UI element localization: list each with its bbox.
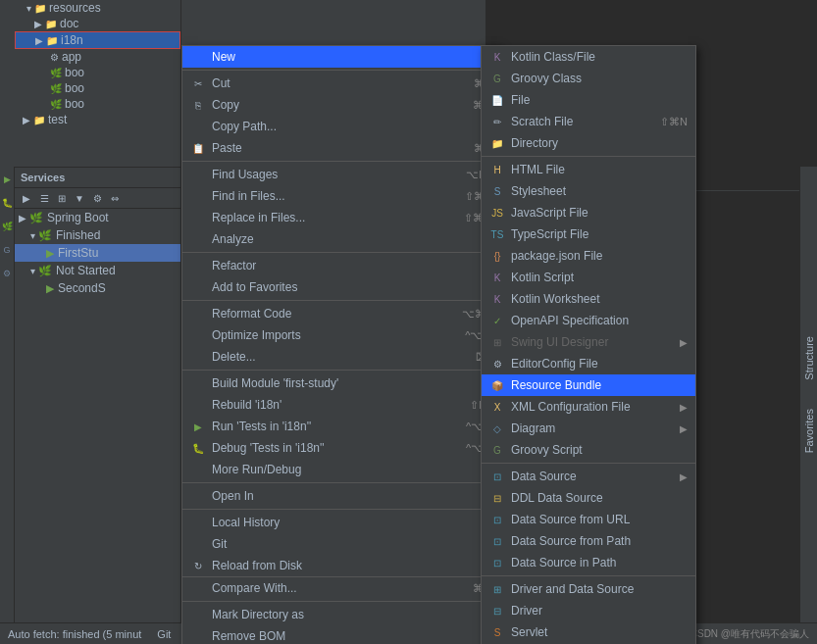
tree-label: boo: [65, 81, 84, 95]
menu-debug-tests[interactable]: 🐛 Debug 'Tests in 'i18n'' ^⌥D: [182, 437, 499, 459]
submenu-file[interactable]: 📄 File: [482, 89, 695, 111]
sidebar-icon-debug[interactable]: 🐛: [0, 196, 14, 210]
find-icon: [190, 167, 206, 182]
submenu-kotlin-script[interactable]: K Kotlin Script: [482, 267, 695, 288]
menu-more-run[interactable]: More Run/Debug ▶: [182, 459, 499, 480]
run-toolbar-btn[interactable]: ▶: [19, 190, 34, 206]
tree-test[interactable]: ▶ 📁 test: [15, 112, 180, 127]
tree-boo2[interactable]: 🌿 boo: [15, 80, 180, 96]
build-icon: [190, 375, 206, 391]
tree-toolbar-btn[interactable]: ⊞: [54, 190, 70, 206]
menu-git[interactable]: Git ▶: [182, 533, 499, 555]
menu-label: Find in Files...: [212, 189, 445, 203]
submenu-stylesheet[interactable]: S Stylesheet: [482, 180, 695, 202]
submenu-ds-inpath[interactable]: ⊡ Data Source in Path: [482, 552, 695, 573]
favorites-tab[interactable]: Favorites: [803, 409, 815, 453]
submenu-js[interactable]: JS JavaScript File: [482, 202, 695, 223]
submenu-editorconfig[interactable]: ⚙ EditorConfig File: [482, 353, 695, 374]
filter-toolbar-btn[interactable]: ▼: [72, 190, 87, 206]
menu-local-history[interactable]: Local History ▶: [182, 512, 499, 533]
menu-paste[interactable]: 📋 Paste ⌘V: [182, 137, 499, 159]
kotlin-icon: K: [489, 49, 505, 65]
menu-reformat[interactable]: Reformat Code ⌥⌘L: [182, 303, 499, 324]
sidebar-icon-settings[interactable]: ⚙: [0, 267, 14, 280]
submenu-ts[interactable]: TS TypeScript File: [482, 223, 695, 245]
structure-tab[interactable]: Structure: [803, 336, 815, 380]
submenu-servlet[interactable]: S Servlet: [482, 621, 695, 643]
submenu-ddl[interactable]: ⊟ DDL Data Source: [482, 487, 695, 509]
submenu-scratch[interactable]: ✏ Scratch File ⇧⌘N: [482, 111, 695, 132]
menu-label: Build Module 'first-study': [212, 376, 491, 390]
service-secondstudy[interactable]: ▶ SecondS: [15, 279, 180, 297]
submenu-resource-bundle[interactable]: 📦 Resource Bundle: [482, 374, 695, 396]
submenu-driver[interactable]: ⊟ Driver: [482, 600, 695, 621]
sidebar-icon-gradle[interactable]: G: [0, 243, 14, 257]
submenu-arrow: ▶: [680, 423, 688, 434]
submenu-json[interactable]: {} package.json File: [482, 245, 695, 267]
menu-label: Open In: [212, 489, 480, 503]
menu-analyze[interactable]: Analyze ▶: [182, 228, 499, 250]
service-not-started[interactable]: ▾ 🌿 Not Started: [15, 262, 180, 279]
paste-icon: 📋: [190, 140, 206, 156]
menu-new[interactable]: New ▶: [182, 46, 499, 68]
submenu-directory[interactable]: 📁 Directory: [482, 132, 695, 154]
tree-resources[interactable]: ▾ 📁 resources: [15, 0, 180, 16]
menu-label: Copy: [212, 98, 453, 112]
reload-icon: ↻: [190, 558, 206, 573]
submenu-driver-ds[interactable]: ⊞ Driver and Data Source: [482, 578, 695, 600]
menu-delete[interactable]: Delete... ⌦: [182, 346, 499, 368]
menu-optimize-imports[interactable]: Optimize Imports ^⌥O: [182, 324, 499, 346]
expand-toolbar-btn[interactable]: ⇔: [107, 190, 123, 206]
submenu-data-source[interactable]: ⊡ Data Source ▶: [482, 466, 695, 487]
tree-doc[interactable]: ▶ 📁 doc: [15, 16, 180, 31]
menu-rebuild[interactable]: Rebuild 'i18n' ⇧F9: [182, 394, 499, 416]
tree-boo3[interactable]: 🌿 boo: [15, 96, 180, 112]
service-spring-boot[interactable]: ▶ 🌿 Spring Boot: [15, 209, 180, 226]
separator: [182, 300, 499, 301]
notstarted-icon: 🌿: [38, 265, 52, 277]
menu-reload-disk[interactable]: ↻ Reload from Disk: [182, 555, 499, 576]
menu-open-in[interactable]: Open In ▶: [182, 485, 499, 507]
submenu-ds-url[interactable]: ⊡ Data Source from URL: [482, 509, 695, 530]
menu-compare[interactable]: Compare With... ⌘D: [182, 576, 499, 599]
menu-label: Analyze: [212, 232, 480, 246]
menu-run-tests[interactable]: ▶ Run 'Tests in 'i18n'' ^⌥R: [182, 416, 499, 437]
submenu-ds-path[interactable]: ⊡ Data Source from Path: [482, 530, 695, 552]
sidebar-icon-run[interactable]: ▶: [0, 173, 14, 186]
submenu-swing[interactable]: ⊞ Swing UI Designer ▶: [482, 331, 695, 353]
list-toolbar-btn[interactable]: ☰: [36, 190, 52, 206]
menu-find-usages[interactable]: Find Usages ⌥F7: [182, 164, 499, 185]
menu-refactor[interactable]: Refactor ▶: [182, 255, 499, 276]
menu-copy[interactable]: ⎘ Copy ⌘C: [182, 94, 499, 116]
service-firststudy[interactable]: ▶ FirstStu: [15, 244, 180, 262]
submenu-groovy[interactable]: G Groovy Class: [482, 68, 695, 89]
tree-boo1[interactable]: 🌿 boo: [15, 65, 180, 80]
menu-add-favorites[interactable]: Add to Favorites ▶: [182, 276, 499, 298]
menu-cut[interactable]: ✂ Cut ⌘X: [182, 73, 499, 94]
history-icon: [190, 515, 206, 530]
expand-icon: ▾: [26, 3, 31, 14]
menu-copy-path[interactable]: Copy Path...: [182, 116, 499, 137]
service-label: SecondS: [58, 281, 106, 295]
submenu-openapi[interactable]: ✓ OpenAPI Specification: [482, 310, 695, 331]
tree-app[interactable]: ⚙ app: [15, 49, 180, 65]
settings-toolbar-btn[interactable]: ⚙: [89, 190, 105, 206]
menu-replace-files[interactable]: Replace in Files... ⇧⌘R: [182, 207, 499, 228]
submenu-xml-config[interactable]: X XML Configuration File ▶: [482, 396, 695, 418]
submenu-groovy-script[interactable]: G Groovy Script: [482, 439, 695, 461]
menu-remove-bom[interactable]: Remove BOM: [182, 625, 499, 644]
services-panel: Services ▶ ☰ ⊞ ▼ ⚙ ⇔ ▶ 🌿 Spring Boot ▾ 🌿…: [15, 167, 181, 644]
menu-find-files[interactable]: Find in Files... ⇧⌘F: [182, 185, 499, 207]
sidebar-icon-spring[interactable]: 🌿: [0, 220, 14, 233]
submenu-kotlin-worksheet[interactable]: K Kotlin Worksheet: [482, 288, 695, 310]
tree-i18n[interactable]: ▶ 📁 i18n: [15, 31, 180, 49]
menu-mark-dir[interactable]: Mark Directory as ▶: [182, 604, 499, 625]
submenu-kotlin[interactable]: K Kotlin Class/File: [482, 46, 695, 68]
submenu-diagram[interactable]: ◇ Diagram ▶: [482, 418, 695, 439]
menu-build-module[interactable]: Build Module 'first-study': [182, 372, 499, 394]
git-tab[interactable]: Git: [157, 628, 171, 640]
submenu-html[interactable]: H HTML File: [482, 159, 695, 180]
submenu-label: Data Source from URL: [511, 513, 688, 526]
service-finished[interactable]: ▾ 🌿 Finished: [15, 226, 180, 244]
folder-icon: 📁: [489, 135, 505, 151]
